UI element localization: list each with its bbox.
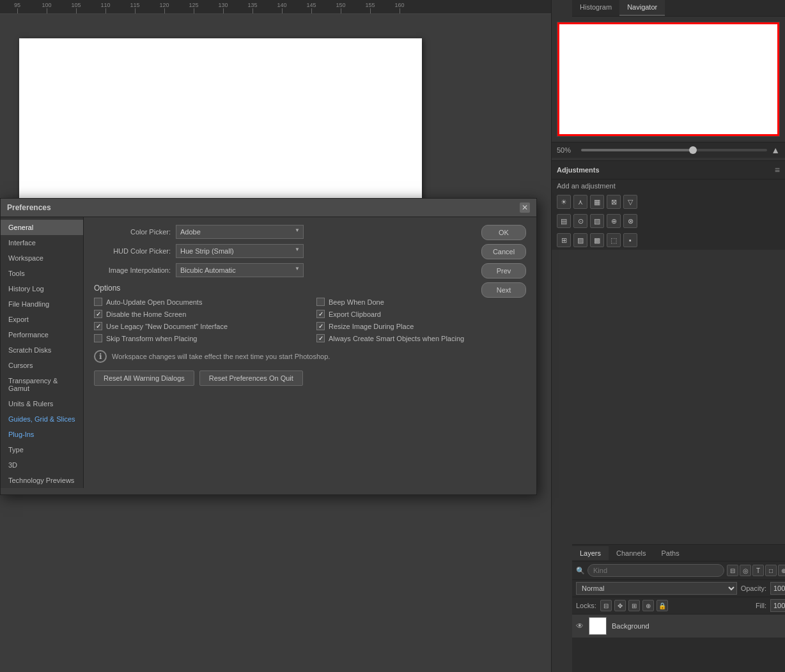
pref-nav-item-interface[interactable]: Interface (1, 235, 83, 250)
option-label-beep-when-done: Beep When Done (329, 298, 384, 306)
adj-icon-hue[interactable]: ▤ (557, 214, 571, 228)
info-icon: ℹ (94, 350, 107, 363)
adj-icon-exposure[interactable]: ⊠ (607, 195, 621, 209)
color-picker-select[interactable]: Adobe (176, 225, 304, 239)
zoom-max-icon: ▲ (771, 145, 780, 155)
tab-channels[interactable]: Channels (609, 546, 653, 560)
ruler-tick: 140 (267, 2, 297, 13)
hud-color-picker-select-wrapper: Hue Strip (Small) (176, 244, 304, 258)
adj-icon-color-balance[interactable]: ▧ (590, 214, 604, 228)
ok-button[interactable]: OK (481, 225, 526, 240)
adj-icon-levels[interactable]: ▦ (590, 195, 604, 209)
pref-nav-item-tools[interactable]: Tools (1, 266, 83, 281)
adj-icon-brightness[interactable]: ☀ (557, 195, 571, 209)
tab-navigator[interactable]: Navigator (619, 0, 665, 16)
opacity-input[interactable] (770, 582, 785, 595)
pref-nav-item-export[interactable]: Export (1, 312, 83, 327)
zoom-thumb (689, 146, 697, 154)
ruler-tick: 115 (120, 2, 150, 13)
layers-tabs: Layers Channels Paths ≡ (572, 545, 785, 561)
adj-icon-curves[interactable]: ⋏ (573, 195, 587, 209)
ruler-tick: 145 (297, 2, 326, 13)
reset-warning-button[interactable]: Reset All Warning Dialogs (94, 370, 194, 386)
zoom-value: 50% (557, 146, 577, 154)
option-item-skip-transform: Skip Transform when Placing (94, 334, 304, 342)
adjustment-icons-row3: ⊞ ▨ ▩ ⬚ ▪ (552, 231, 785, 250)
panel-tabs: Histogram Navigator (572, 0, 785, 17)
option-label-disable-home: Disable the Home Screen (106, 310, 186, 318)
reset-prefs-button[interactable]: Reset Preferences On Quit (199, 370, 303, 386)
options-grid: Auto-Update Open DocumentsBeep When Done… (94, 298, 526, 342)
lk-type-icon[interactable]: T (752, 565, 764, 576)
lk-shape-icon[interactable]: □ (765, 565, 777, 576)
tab-histogram[interactable]: Histogram (572, 0, 619, 16)
option-checkbox-skip-transform[interactable] (94, 334, 102, 342)
opacity-label: Opacity: (741, 584, 766, 592)
lk-adjustment-icon[interactable]: ◎ (740, 565, 751, 576)
option-checkbox-beep-when-done[interactable] (316, 298, 325, 306)
lock-position-icon[interactable]: ✥ (614, 600, 626, 611)
option-checkbox-resize-image[interactable] (316, 322, 325, 330)
option-label-resize-image: Resize Image During Place (329, 323, 414, 330)
option-checkbox-export-clipboard[interactable] (316, 310, 325, 318)
pref-nav-item-plug-ins[interactable]: Plug-Ins (1, 427, 83, 442)
layers-kind-search[interactable] (587, 564, 724, 577)
preferences-content: Color Picker: Adobe HUD Color Picker: Hu… (84, 217, 536, 488)
adj-icon-threshold[interactable]: ▩ (590, 233, 604, 247)
layers-search-row: 🔍 ⊟ ◎ T □ ⊕ ● (572, 561, 785, 580)
pref-nav-item-scratch-disks[interactable]: Scratch Disks (1, 342, 83, 358)
option-checkbox-disable-home[interactable] (94, 310, 102, 318)
lock-artboard-icon[interactable]: ⊞ (628, 600, 640, 611)
lk-smart-icon[interactable]: ⊕ (778, 565, 785, 576)
pref-nav-item-type[interactable]: Type (1, 442, 83, 457)
cancel-button[interactable]: Cancel (481, 244, 526, 259)
adj-icon-channel-mixer[interactable]: ⊗ (623, 214, 637, 228)
image-interpolation-select[interactable]: Bicubic Automatic (176, 263, 304, 277)
color-picker-label: Color Picker: (94, 228, 171, 236)
layer-lock-row: Locks: ⊟ ✥ ⊞ ⊕ 🔒 Fill: (572, 597, 785, 615)
pref-nav-item-transparency-gamut[interactable]: Transparency & Gamut (1, 373, 83, 396)
lock-icon[interactable]: 🔒 (657, 600, 668, 611)
fill-input[interactable] (770, 599, 785, 612)
pref-nav-item-guides-grid-slices[interactable]: Guides, Grid & Slices (1, 411, 83, 427)
layers-panel: Layers Channels Paths ≡ 🔍 ⊟ ◎ T □ ⊕ ● No… (572, 544, 785, 672)
next-button[interactable]: Next (481, 282, 526, 298)
pref-nav-item-workspace[interactable]: Workspace (1, 250, 83, 266)
adj-icon-gradient-map[interactable]: ▪ (623, 233, 637, 247)
layer-kind-icons: ⊟ ◎ T □ ⊕ ● (727, 565, 785, 576)
adj-icon-posterize[interactable]: ▨ (573, 233, 587, 247)
lk-pixel-icon[interactable]: ⊟ (727, 565, 738, 576)
right-panel: Histogram Navigator 50% ▲ Adjustments ≡ … (551, 0, 785, 672)
adj-icon-gradient[interactable]: ▽ (623, 195, 637, 209)
adjustments-menu-icon[interactable]: ≡ (775, 165, 780, 175)
pref-nav-item-units-rulers[interactable]: Units & Rulers (1, 396, 83, 411)
dialog-close-button[interactable]: ✕ (520, 202, 530, 213)
lock-all-icon[interactable]: ⊕ (642, 600, 654, 611)
tab-paths[interactable]: Paths (654, 546, 687, 560)
hud-color-picker-select[interactable]: Hue Strip (Small) (176, 244, 304, 258)
hud-color-picker-label: HUD Color Picker: (94, 247, 171, 255)
zoom-slider[interactable] (581, 149, 767, 151)
blend-mode-select[interactable]: Normal (576, 582, 737, 595)
workspace-notice: ℹ Workspace changes will take effect the… (94, 350, 526, 363)
pref-nav-item-history-log[interactable]: History Log (1, 281, 83, 296)
pref-nav-item-cursors[interactable]: Cursors (1, 358, 83, 373)
ruler-tick: 120 (150, 2, 179, 13)
adj-icon-saturation[interactable]: ⊙ (573, 214, 587, 228)
pref-nav-item-3d[interactable]: 3D (1, 457, 83, 473)
pref-nav-item-performance[interactable]: Performance (1, 327, 83, 342)
adj-icon-invert[interactable]: ⊞ (557, 233, 571, 247)
option-checkbox-use-legacy[interactable] (94, 322, 102, 330)
pref-nav-item-technology-previews[interactable]: Technology Previews (1, 473, 83, 488)
prev-button[interactable]: Prev (481, 263, 526, 279)
adj-icon-selective-color[interactable]: ⬚ (607, 233, 621, 247)
pref-nav-item-file-handling[interactable]: File Handling (1, 296, 83, 312)
option-checkbox-always-create-smart[interactable] (316, 334, 325, 342)
tab-layers[interactable]: Layers (572, 546, 609, 560)
option-checkbox-auto-update[interactable] (94, 298, 102, 306)
pref-nav-item-general[interactable]: General (1, 220, 83, 235)
adj-icon-photo-filter[interactable]: ⊕ (607, 214, 621, 228)
layer-visibility-icon[interactable]: 👁 (576, 622, 584, 630)
lock-pixel-icon[interactable]: ⊟ (600, 600, 612, 611)
adjustments-title: Adjustments (557, 166, 600, 174)
